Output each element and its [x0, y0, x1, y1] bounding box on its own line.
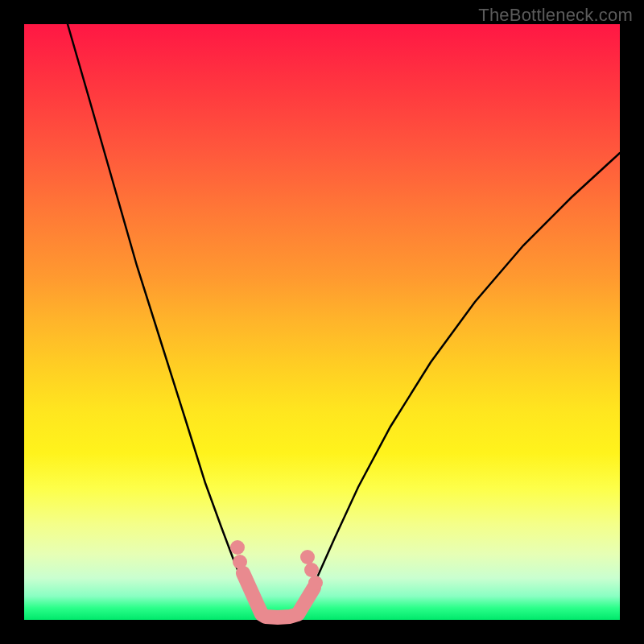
data-marker [230, 540, 245, 555]
right-curve [298, 153, 620, 614]
plot-area [24, 24, 620, 620]
watermark-text: TheBottleneck.com [478, 5, 633, 26]
data-marker [233, 555, 247, 569]
chart-svg [24, 24, 620, 620]
data-marker [300, 550, 315, 564]
floor-segment [243, 573, 314, 617]
data-marker [304, 563, 319, 577]
data-marker [308, 576, 323, 590]
left-curve [68, 24, 262, 614]
